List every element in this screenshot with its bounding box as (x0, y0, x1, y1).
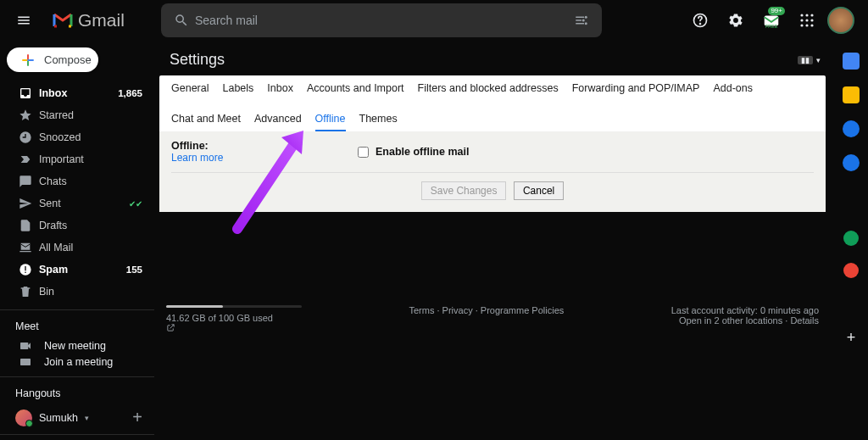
svg-rect-18 (25, 272, 25, 273)
sidebar-item-label: Chats (39, 175, 142, 187)
sidebar-item-bin[interactable]: Bin (0, 281, 154, 303)
open-locations-link[interactable]: Open in 2 other locations (679, 315, 782, 326)
svg-point-14 (805, 24, 808, 26)
sidebar-item-inbox[interactable]: Inbox1,865 (0, 82, 154, 104)
hamburger-icon (16, 13, 31, 28)
svg-point-9 (810, 14, 813, 16)
calendar-addon[interactable] (843, 53, 860, 70)
allmail-icon (19, 241, 39, 254)
hangouts-section-title: Hangouts (0, 382, 154, 404)
addon-green[interactable] (843, 231, 859, 246)
cancel-button[interactable]: Cancel (514, 181, 564, 200)
sidebar-item-label: Starred (39, 109, 142, 121)
gmail-logo[interactable]: Gmail (47, 10, 151, 31)
send-icon (19, 197, 39, 210)
sidebar-item-spam[interactable]: Spam155 (0, 259, 154, 281)
chevron-down-icon: ▾ (816, 56, 821, 64)
sidebar-item-all-mail[interactable]: All Mail (0, 237, 154, 259)
sidebar-item-label: Snoozed (39, 131, 142, 143)
tab-offline[interactable]: Offline (315, 113, 346, 131)
gmail-m-icon (53, 13, 73, 28)
sidebar-item-label: Spam (39, 264, 126, 276)
sidebar-item-label: Drafts (39, 220, 142, 231)
app-name: Gmail (78, 10, 125, 31)
svg-rect-19 (20, 359, 31, 365)
addon-red[interactable] (843, 263, 859, 278)
sidebar-item-label: Sent (39, 198, 125, 209)
search-input[interactable] (195, 14, 568, 27)
terms-link[interactable]: Terms (409, 305, 434, 315)
sidebar-item-label: Inbox (39, 87, 118, 99)
side-panel: + (834, 41, 868, 440)
help-icon (692, 12, 709, 29)
svg-point-10 (800, 19, 803, 21)
tab-labels[interactable]: Labels (222, 82, 253, 99)
main-menu-button[interactable] (7, 3, 41, 37)
new-chat-button[interactable]: + (132, 408, 142, 427)
user-avatar-small (15, 409, 32, 426)
tab-advanced[interactable]: Advanced (254, 113, 302, 131)
tab-add-ons[interactable]: Add-ons (713, 82, 753, 99)
tab-themes[interactable]: Themes (359, 113, 398, 131)
svg-point-2 (585, 22, 587, 25)
sidebar: Compose Inbox1,865StarredSnoozedImportan… (0, 41, 154, 440)
tab-filters-and-blocked-addresses[interactable]: Filters and blocked addresses (418, 82, 559, 99)
policies-link[interactable]: Programme Policies (476, 305, 565, 315)
sidebar-item-label: All Mail (39, 242, 142, 253)
tab-accounts-and-import[interactable]: Accounts and Import (307, 82, 404, 99)
keyboard-icon (19, 355, 34, 369)
new-meeting-button[interactable]: New meeting (0, 337, 154, 354)
sidebar-item-chats[interactable]: Chats (0, 170, 154, 192)
svg-point-4 (700, 24, 701, 25)
chat-icon (19, 175, 39, 188)
sidebar-item-label: Important (39, 153, 142, 165)
svg-point-1 (582, 19, 585, 22)
offline-section-label: Offline: (171, 140, 209, 152)
enable-offline-checkbox[interactable] (358, 147, 369, 158)
sidebar-item-count: 155 (126, 265, 142, 275)
search-options-icon[interactable] (568, 13, 595, 28)
tasks-addon[interactable] (843, 120, 860, 137)
svg-point-13 (800, 24, 803, 26)
storage-indicator[interactable]: 41.62 GB of 100 GB used (166, 305, 302, 332)
enable-offline-label: Enable offline mail (376, 146, 469, 158)
sidebar-item-important[interactable]: Important (0, 148, 154, 170)
apps-grid-icon (799, 13, 815, 28)
settings-panel: GeneralLabelsInboxAccounts and ImportFil… (159, 75, 826, 212)
notification-badge: 99+ (768, 7, 785, 15)
external-link-icon (166, 323, 302, 332)
learn-more-link[interactable]: Learn more (171, 152, 223, 164)
privacy-link[interactable]: Privacy (437, 305, 472, 315)
compose-button[interactable]: Compose (7, 47, 98, 72)
settings-button[interactable] (721, 5, 751, 36)
tab-inbox[interactable]: Inbox (267, 82, 293, 99)
inbox-icon (19, 86, 39, 100)
hangouts-user[interactable]: Sumukh ▾ (15, 409, 132, 426)
help-button[interactable] (685, 5, 715, 36)
save-changes-button[interactable]: Save Changes (421, 181, 507, 200)
notifications-button[interactable]: FREE 99+ (756, 5, 787, 36)
details-link[interactable]: Details (785, 315, 819, 326)
sidebar-item-sent[interactable]: Sent✔✔ (0, 192, 154, 214)
gear-icon (727, 12, 744, 29)
svg-point-12 (810, 19, 813, 21)
svg-rect-17 (25, 266, 25, 270)
tab-chat-and-meet[interactable]: Chat and Meet (171, 113, 241, 131)
contacts-addon[interactable] (843, 154, 860, 171)
join-meeting-button[interactable]: Join a meeting (0, 354, 154, 370)
sidebar-item-drafts[interactable]: Drafts (0, 214, 154, 237)
tab-general[interactable]: General (171, 82, 209, 99)
tab-forwarding-and-pop-imap[interactable]: Forwarding and POP/IMAP (572, 82, 700, 99)
chevron-down-icon: ▾ (85, 414, 89, 422)
apps-button[interactable] (792, 5, 822, 36)
language-selector[interactable]: ▮▮ ▾ (798, 56, 821, 64)
sidebar-item-snoozed[interactable]: Snoozed (0, 126, 154, 148)
keep-addon[interactable] (843, 86, 860, 103)
get-addons-button[interactable]: + (847, 329, 856, 347)
svg-point-7 (800, 14, 803, 16)
search-bar[interactable] (161, 3, 602, 37)
svg-point-15 (810, 24, 813, 26)
account-avatar[interactable] (827, 7, 854, 34)
sidebar-item-starred[interactable]: Starred (0, 104, 154, 126)
spam-icon (19, 263, 39, 276)
